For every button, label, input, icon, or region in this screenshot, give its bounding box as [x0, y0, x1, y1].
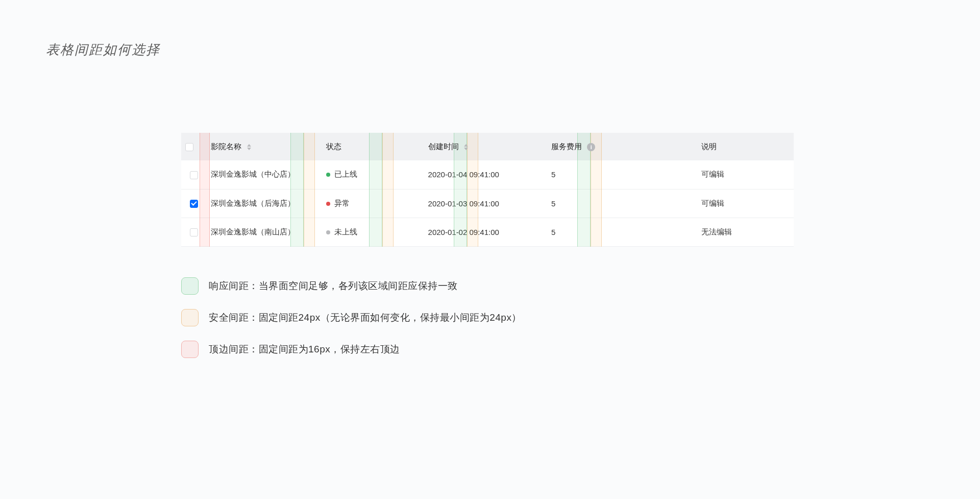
col-header-desc-label: 说明 [701, 142, 717, 151]
cell-time: 2020-01-04 09:41:00 [424, 160, 547, 189]
cell-name: 深圳金逸影城（中心店） [207, 160, 322, 189]
status-label: 未上线 [334, 227, 357, 236]
cell-time: 2020-01-02 09:41:00 [424, 218, 547, 246]
col-header-time-label: 创建时间 [428, 142, 459, 151]
status-dot-icon [326, 230, 330, 234]
swatch-green [181, 277, 199, 295]
cell-fee: 5 [547, 218, 697, 246]
sort-icon[interactable] [464, 144, 468, 150]
sort-icon[interactable] [247, 144, 251, 150]
cell-fee: 5 [547, 160, 697, 189]
legend-text-safe: 安全间距：固定间距24px（无论界面如何变化，保持最小间距为24px） [209, 311, 522, 324]
cell-desc: 可编辑 [697, 160, 794, 189]
table-row: 深圳金逸影城（后海店）异常2020-01-03 09:41:005可编辑 [181, 189, 794, 218]
col-header-status-label: 状态 [326, 142, 341, 151]
legend-item-safe: 安全间距：固定间距24px（无论界面如何变化，保持最小间距为24px） [181, 309, 934, 326]
legend-item-edge: 顶边间距：固定间距为16px，保持左右顶边 [181, 341, 934, 358]
status-label: 已上线 [334, 170, 357, 178]
swatch-red [181, 341, 199, 358]
legend: 响应间距：当界面空间足够，各列该区域间距应保持一致 安全间距：固定间距24px（… [181, 277, 934, 358]
col-header-time[interactable]: 创建时间 [424, 133, 547, 160]
legend-item-responsive: 响应间距：当界面空间足够，各列该区域间距应保持一致 [181, 277, 934, 295]
col-header-name-label: 影院名称 [211, 142, 241, 151]
col-header-status: 状态 [322, 133, 424, 160]
row-checkbox[interactable] [190, 171, 198, 179]
cell-status: 已上线 [322, 160, 424, 189]
page-title: 表格间距如何选择 [46, 41, 934, 59]
cell-desc: 可编辑 [697, 189, 794, 218]
cell-desc: 无法编辑 [697, 218, 794, 246]
cell-name: 深圳金逸影城（后海店） [207, 189, 322, 218]
col-header-fee-label: 服务费用 [551, 142, 582, 151]
col-header-name[interactable]: 影院名称 [207, 133, 322, 160]
status-dot-icon [326, 202, 330, 206]
col-header-fee: 服务费用 i [547, 133, 697, 160]
status-label: 异常 [334, 199, 350, 207]
cell-fee: 5 [547, 189, 697, 218]
cell-name: 深圳金逸影城（南山店） [207, 218, 322, 246]
cell-time: 2020-01-03 09:41:00 [424, 189, 547, 218]
cell-status: 异常 [322, 189, 424, 218]
swatch-orange [181, 309, 199, 326]
table-row: 深圳金逸影城（中心店）已上线2020-01-04 09:41:005可编辑 [181, 160, 794, 189]
data-table: 影院名称 状态 创建时间 服务费用 i 说明 [181, 133, 794, 247]
legend-text-edge: 顶边间距：固定间距为16px，保持左右顶边 [209, 343, 400, 356]
status-dot-icon [326, 173, 330, 177]
cell-status: 未上线 [322, 218, 424, 246]
col-header-desc: 说明 [697, 133, 794, 160]
row-checkbox[interactable] [190, 228, 198, 236]
table-header-row: 影院名称 状态 创建时间 服务费用 i 说明 [181, 133, 794, 160]
table-container: 影院名称 状态 创建时间 服务费用 i 说明 [181, 133, 794, 247]
legend-text-responsive: 响应间距：当界面空间足够，各列该区域间距应保持一致 [209, 279, 458, 293]
select-all-checkbox[interactable] [185, 143, 193, 151]
row-checkbox[interactable] [190, 200, 198, 208]
table-row: 深圳金逸影城（南山店）未上线2020-01-02 09:41:005无法编辑 [181, 218, 794, 246]
info-icon[interactable]: i [587, 143, 595, 151]
